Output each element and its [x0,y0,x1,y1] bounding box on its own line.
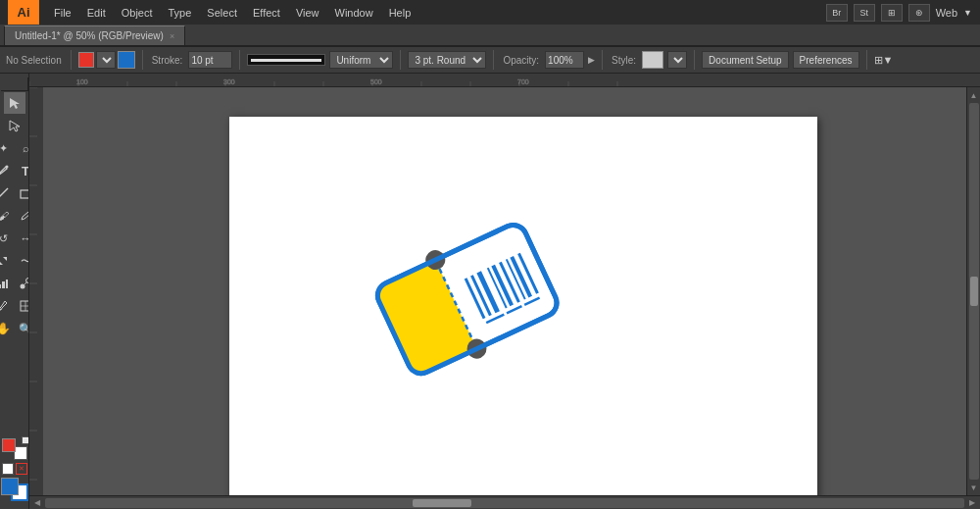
direct-selection-tool[interactable] [4,115,25,136]
menu-object[interactable]: Object [115,5,160,21]
arrange-icon[interactable]: ⊞▼ [874,54,894,67]
style-swatch[interactable] [642,51,663,69]
preferences-button[interactable]: Preferences [793,51,859,69]
bottom-color-display [1,478,28,501]
menu-bar: File Edit Object Type Select Effect View… [47,5,818,21]
mesh-tool[interactable] [15,295,29,317]
pen-tool[interactable] [0,160,14,181]
document-tab[interactable]: Untitled-1* @ 50% (RGB/Preview) × [4,25,185,45]
swirl-icon[interactable]: ⊛ [908,4,930,22]
pencil-tool[interactable] [15,205,29,227]
fg-color-swatch[interactable] [2,438,16,452]
menu-help[interactable]: Help [382,5,418,21]
stroke-label: Stroke: [150,55,185,66]
svg-text:300: 300 [223,78,235,85]
svg-line-3 [0,188,8,198]
graph-tool[interactable] [0,273,14,294]
svg-text:100: 100 [76,78,88,85]
toolbox: ✦ ⌕ T 🖌 ↺ ↔ [0,74,29,509]
workspace-label[interactable]: Web [936,7,957,19]
scroll-track-right[interactable] [969,103,979,480]
svg-point-2 [6,166,9,169]
stroke-width-input[interactable] [188,51,232,69]
eyedropper-tool[interactable] [0,295,14,317]
swap-colors-icon[interactable]: ⇄ [22,436,29,444]
divider-3 [239,50,240,70]
scroll-thumb-bottom[interactable] [413,499,471,507]
menu-view[interactable]: View [289,5,326,21]
reflect-tool[interactable]: ↔ [15,228,29,249]
scroll-right-arrow[interactable]: ▶ [966,497,978,509]
lasso-tool[interactable]: ⌕ [15,137,29,159]
stroke-uniform-select[interactable]: Uniform [329,51,393,69]
fill-display[interactable] [1,478,19,495]
tool-row-9 [0,273,29,294]
tool-row-4: T [0,160,29,181]
ruler-horizontal: 100 300 500 700 [29,74,980,87]
tool-row-10 [0,295,29,317]
rect-tool[interactable] [15,182,29,204]
scale-tool[interactable] [0,250,14,272]
tab-close-icon[interactable]: × [170,31,174,41]
ticket-illustration [357,195,572,391]
fg-bg-swatches[interactable]: ⇄ [2,438,27,460]
selection-tool[interactable] [4,92,25,114]
document-setup-button[interactable]: Document Setup [702,51,789,69]
opacity-input[interactable] [545,51,584,69]
tool-row-7: ↺ ↔ [0,228,29,249]
style-select[interactable]: ▼ [667,51,687,69]
svg-rect-15 [29,74,960,87]
canvas-area[interactable]: Untitled-1 [43,87,966,495]
svg-rect-4 [21,190,29,198]
menu-type[interactable]: Type [162,5,199,21]
stroke-cap-select[interactable]: 3 pt. Round [408,51,486,69]
bridge-icon[interactable]: Br [826,4,848,22]
right-scrollbar[interactable]: ▲ ▼ [966,87,980,495]
svg-rect-33 [29,87,43,495]
line-tool[interactable] [0,182,14,204]
tab-title: Untitled-1* @ 50% (RGB/Preview) [15,30,164,41]
scroll-thumb-right[interactable] [970,277,978,306]
fill-stroke-group: ▼ [78,51,135,69]
svg-text:700: 700 [517,78,529,85]
rotate-tool[interactable]: ↺ [0,228,14,249]
menu-window[interactable]: Window [328,5,380,21]
menu-edit[interactable]: Edit [80,5,113,21]
stroke-color-swatch[interactable] [118,51,135,69]
hand-tool[interactable]: ✋ [0,318,14,339]
opacity-arrow[interactable]: ▶ [588,55,595,65]
blend-tool[interactable] [15,273,29,294]
svg-text:500: 500 [370,78,382,85]
menu-select[interactable]: Select [200,5,244,21]
fill-swatch[interactable] [78,52,94,68]
stroke-line-preview [247,54,325,66]
fill-none-icon[interactable] [2,463,14,475]
grid-icon[interactable]: ⊞ [881,4,903,22]
type-tool[interactable]: T [15,160,29,181]
color-mode-icon[interactable]: ✕ [16,463,27,475]
menu-effect[interactable]: Effect [246,5,287,21]
toolbar: No Selection ▼ Stroke: Uniform 3 pt. Rou… [0,46,980,74]
artboard [229,117,817,495]
paintbrush-tool[interactable]: 🖌 [0,205,14,227]
tool-row-6: 🖌 [0,205,29,227]
scroll-track-bottom[interactable] [45,498,964,508]
scroll-down-arrow[interactable]: ▼ [968,482,980,493]
svg-rect-5 [0,284,1,288]
tool-row-1 [4,92,25,114]
divider-2 [142,50,143,70]
fill-select[interactable]: ▼ [96,51,116,69]
bottom-scrollbar[interactable]: ◀ ▶ [29,495,980,509]
divider-4 [400,50,401,70]
canvas-row: Untitled-1 ▲ ▼ [29,87,980,495]
workspace-dropdown-icon[interactable]: ▼ [963,8,972,18]
warp-tool[interactable]: 〜 [15,250,29,272]
scroll-left-arrow[interactable]: ◀ [31,497,43,509]
ai-logo: Ai [8,0,39,25]
stock-icon[interactable]: St [854,4,875,22]
scroll-up-arrow[interactable]: ▲ [968,89,980,101]
zoom-tool[interactable]: 🔍 [15,318,29,339]
bg-color-swatch[interactable] [14,446,27,460]
menu-file[interactable]: File [47,5,78,21]
magic-wand-tool[interactable]: ✦ [0,137,14,159]
